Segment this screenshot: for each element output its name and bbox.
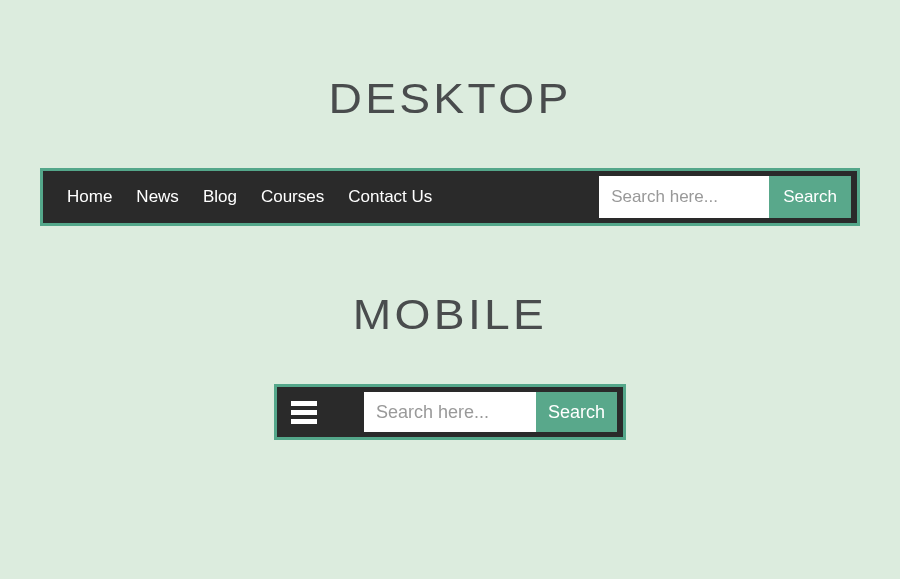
nav-link-contact[interactable]: Contact Us bbox=[336, 177, 444, 217]
hamburger-icon[interactable] bbox=[291, 401, 317, 424]
navbar-desktop: Home News Blog Courses Contact Us Search bbox=[40, 168, 860, 226]
navbar-mobile: Search bbox=[274, 384, 626, 440]
nav-link-courses[interactable]: Courses bbox=[249, 177, 336, 217]
nav-link-home[interactable]: Home bbox=[55, 177, 124, 217]
search-desktop: Search bbox=[599, 176, 851, 218]
search-input[interactable] bbox=[364, 392, 536, 432]
nav-link-blog[interactable]: Blog bbox=[191, 177, 249, 217]
mobile-heading: MOBILE bbox=[0, 291, 900, 339]
search-button[interactable]: Search bbox=[536, 392, 617, 432]
search-button[interactable]: Search bbox=[769, 176, 851, 218]
nav-links: Home News Blog Courses Contact Us bbox=[55, 177, 444, 217]
search-input[interactable] bbox=[599, 176, 769, 218]
search-mobile: Search bbox=[364, 392, 617, 432]
nav-link-news[interactable]: News bbox=[124, 177, 191, 217]
desktop-heading: DESKTOP bbox=[0, 75, 900, 123]
